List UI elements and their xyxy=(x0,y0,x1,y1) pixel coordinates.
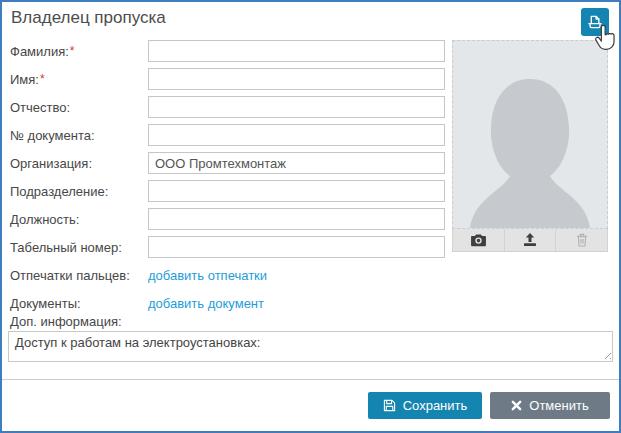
trash-icon xyxy=(576,233,588,247)
photo-widget xyxy=(452,40,608,252)
fingerprints-label: Отпечатки пальцев: xyxy=(10,268,148,283)
field-row-position: Должность: xyxy=(10,208,445,230)
field-row-department: Подразделение: xyxy=(10,180,445,202)
save-button[interactable]: Сохранить xyxy=(368,392,482,419)
camera-icon xyxy=(470,234,487,247)
personnel-number-label: Табельный номер: xyxy=(10,240,148,255)
fingerprints-row: Отпечатки пальцев: добавить отпечатки xyxy=(10,264,445,286)
additional-info-label: Доп. информация: xyxy=(10,314,122,329)
save-button-label: Сохранить xyxy=(403,398,468,413)
field-row-personnel-number: Табельный номер: xyxy=(10,236,445,258)
upload-button[interactable] xyxy=(504,229,556,251)
department-input[interactable] xyxy=(148,180,445,202)
cancel-button-label: Отменить xyxy=(529,398,588,413)
required-marker: * xyxy=(40,72,45,86)
upload-icon xyxy=(523,233,537,247)
pass-holder-form: Фамилия:* Имя:* Отчество: № документа: О… xyxy=(10,40,445,320)
document-number-input[interactable] xyxy=(148,124,445,146)
documents-row: Документы: добавить документ xyxy=(10,292,445,314)
middlename-label: Отчество: xyxy=(10,100,148,115)
page-title: Владелец пропуска xyxy=(11,8,166,28)
firstname-label: Имя:* xyxy=(10,72,148,87)
save-icon xyxy=(383,399,396,412)
photo-toolbar xyxy=(452,229,608,252)
lastname-input[interactable] xyxy=(148,40,445,62)
required-marker: * xyxy=(70,44,75,58)
document-number-label: № документа: xyxy=(10,128,148,143)
add-fingerprints-link[interactable]: добавить отпечатки xyxy=(148,268,267,283)
documents-label: Документы: xyxy=(10,296,148,311)
middlename-input[interactable] xyxy=(148,96,445,118)
pass-holder-panel: Владелец пропуска Фамилия:* Имя:* Отчест… xyxy=(0,0,621,433)
personnel-number-input[interactable] xyxy=(148,236,445,258)
print-button[interactable] xyxy=(581,8,609,36)
additional-info-wrap: Доступ к работам на электроустановках: xyxy=(8,331,613,362)
camera-button[interactable] xyxy=(453,229,504,251)
photo-placeholder xyxy=(452,40,608,229)
department-label: Подразделение: xyxy=(10,184,148,199)
field-row-middlename: Отчество: xyxy=(10,96,445,118)
firstname-input[interactable] xyxy=(148,68,445,90)
position-label: Должность: xyxy=(10,212,148,227)
lastname-label: Фамилия:* xyxy=(10,44,148,59)
additional-info-textarea[interactable]: Доступ к работам на электроустановках: xyxy=(8,331,613,362)
delete-photo-button[interactable] xyxy=(555,229,607,251)
field-row-organization: Организация: xyxy=(10,152,445,174)
add-document-link[interactable]: добавить документ xyxy=(148,296,264,311)
cancel-button[interactable]: Отменить xyxy=(490,392,610,419)
organization-input[interactable] xyxy=(148,152,445,174)
field-row-firstname: Имя:* xyxy=(10,68,445,90)
footer-divider xyxy=(2,379,619,380)
printer-icon xyxy=(586,13,604,31)
field-row-document-number: № документа: xyxy=(10,124,445,146)
organization-label: Организация: xyxy=(10,156,148,171)
position-input[interactable] xyxy=(148,208,445,230)
close-icon xyxy=(511,400,522,411)
field-row-lastname: Фамилия:* xyxy=(10,40,445,62)
